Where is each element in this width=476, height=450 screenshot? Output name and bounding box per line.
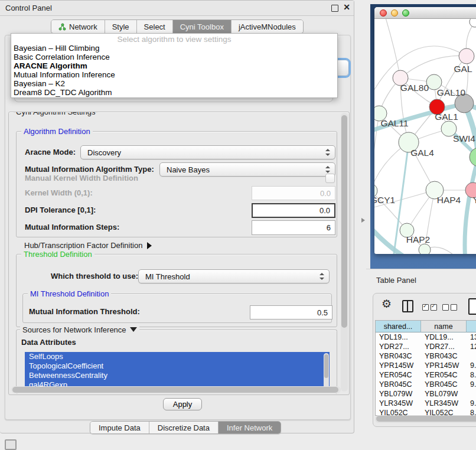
splitter-handle-icon[interactable] <box>361 218 365 223</box>
network-node[interactable] <box>470 19 476 27</box>
tab-select[interactable]: Select <box>137 20 173 33</box>
algorithm-option-bayesian-k2[interactable]: Bayesian – K2 <box>11 79 337 88</box>
data-attribute-option[interactable]: SelfLoops <box>25 352 330 361</box>
network-node-label: SWI4 <box>453 133 475 144</box>
which-threshold-label: Which threshold to use: <box>51 272 138 281</box>
tab-jactivemnodules[interactable]: jActiveMNodules <box>232 20 303 33</box>
control-panel-titlebar: Control Panel ✕ <box>0 1 354 16</box>
algorithm-option-dream8-dc-tdc-algorithm[interactable]: Dream8 DC_TDC Algorithm <box>11 88 337 97</box>
kernel-width-field[interactable]: 0.0 <box>252 186 335 200</box>
attributes-scrollbar[interactable] <box>324 353 329 391</box>
kernel-width-label: Kernel Width (0,1): <box>25 188 93 198</box>
network-node-label: GAL4 <box>410 148 434 158</box>
app-root: Control Panel ✕ NetworkStyleSelectCyni T… <box>0 0 476 450</box>
combo-stepper-icon <box>325 166 330 173</box>
threshold-definition-group: Threshold Definition Which threshold to … <box>16 254 337 327</box>
mi-type-value: Naive Bayes <box>167 165 210 174</box>
table-cell: YDL19... <box>421 332 467 342</box>
table-cell: YPR145W <box>376 361 421 370</box>
network-edge <box>385 19 400 78</box>
dpi-tolerance-value: 0.0 <box>319 206 330 215</box>
table-row[interactable]: YDL19...YDL19...13 <box>376 332 476 342</box>
network-node-label: GAL10 <box>437 87 466 97</box>
algorithm-prompt: Select algorithm to view settings <box>11 34 337 44</box>
table-row[interactable]: YER054CYER054C8. <box>376 370 476 380</box>
column-header-name[interactable]: name <box>421 321 467 332</box>
tab-style[interactable]: Style <box>105 20 137 33</box>
data-attribute-option[interactable]: TopologicalCoefficient <box>25 361 330 371</box>
network-icon <box>58 23 66 31</box>
bottom-tab-bar: Impute DataDiscretize DataInfer Network <box>90 421 281 434</box>
table-panel-title: Table Panel <box>376 276 416 285</box>
data-attribute-option[interactable]: BetweennessCentrality <box>25 371 330 380</box>
zoom-traffic-light-icon[interactable] <box>402 9 409 17</box>
dpi-tolerance-field[interactable]: 0.0 <box>252 203 335 218</box>
sources-title-toggle[interactable]: Sources for Network Inference <box>20 325 139 334</box>
kernel-width-value: 0.0 <box>320 189 331 198</box>
column-header-shared[interactable]: shared... <box>376 321 421 332</box>
network-node-label: HAP2 <box>406 234 431 244</box>
table-body: YDL19...YDL19...13YDR27...YDR27...12YBR0… <box>376 332 476 416</box>
tab-discretize-data[interactable]: Discretize Data <box>149 422 219 433</box>
apply-button[interactable]: Apply <box>163 398 202 410</box>
table-row[interactable]: YBR045CYBR045C9. <box>376 380 476 389</box>
table-row[interactable]: YDR27...YDR27...12 <box>376 342 476 351</box>
table-cell: YPR145W <box>421 361 467 370</box>
settings-group-title: Cyni Algorithm Settings <box>14 112 97 116</box>
tab-network[interactable]: Network <box>51 20 105 33</box>
settings-vscrollbar[interactable] <box>341 113 348 392</box>
network-node[interactable] <box>419 244 431 254</box>
table-row[interactable]: YBL079WYBL079W <box>376 389 476 399</box>
table-cell: 13 <box>467 332 476 342</box>
expand-right-icon <box>147 242 152 249</box>
settings-hscrollbar[interactable] <box>11 386 341 393</box>
hub-definition-label: Hub/Transcription Factor Definition <box>24 241 142 250</box>
close-traffic-light-icon[interactable] <box>380 9 387 17</box>
minimized-panel-icon[interactable] <box>5 439 17 450</box>
network-edge-thick <box>465 157 476 254</box>
threshold-definition-title: Threshold Definition <box>21 250 94 259</box>
algorithm-option-aracne-algorithm[interactable]: ARACNE Algorithm <box>11 61 337 70</box>
mi-threshold-field[interactable]: 0.5 <box>250 305 332 319</box>
table-hscrollbar[interactable] <box>375 415 476 423</box>
float-window-icon[interactable] <box>331 5 338 12</box>
algorithm-list: Bayesian – Hill ClimbingBasic Correlatio… <box>11 44 337 97</box>
columns-icon[interactable] <box>402 300 413 312</box>
close-icon[interactable]: ✕ <box>343 2 350 12</box>
table-row[interactable]: YPR145WYPR145W9. <box>376 361 476 370</box>
table-cell: YLR345W <box>376 399 421 408</box>
network-window-titlebar[interactable] <box>374 7 476 19</box>
deselect-all-columns-icon[interactable] <box>442 304 459 312</box>
network-node-label: Y <box>473 195 476 205</box>
node-table: shared...nameA YDL19...YDL19...13YDR27..… <box>375 320 476 416</box>
table-row[interactable]: YBR043CYBR043C <box>376 351 476 361</box>
table-cell: YDL19... <box>376 332 421 342</box>
manual-kernel-checkbox[interactable] <box>325 174 335 183</box>
network-canvas[interactable]: GALGAL80GAL10GAL1GAL11SWI4GAL4GCY1HAP4YH… <box>374 19 476 254</box>
mi-steps-field[interactable]: 6 <box>252 220 335 235</box>
algorithm-option-bayesian-hill-climbing[interactable]: Bayesian – Hill Climbing <box>11 44 337 53</box>
network-node-label: GAL11 <box>380 118 408 128</box>
table-row[interactable]: YLR345WYLR345W9. <box>376 399 476 408</box>
table-cell: YBR045C <box>376 380 421 389</box>
tab-cyni-toolbox[interactable]: Cyni Toolbox <box>173 20 232 33</box>
which-threshold-combo[interactable]: MI Threshold <box>138 269 330 283</box>
algorithm-option-basic-correlation-inference[interactable]: Basic Correlation Inference <box>11 53 337 61</box>
table-cell: 9. <box>467 361 476 370</box>
table-cell: YBR043C <box>376 351 421 361</box>
mi-type-combo[interactable]: Naive Bayes <box>159 162 335 177</box>
aracne-mode-combo[interactable]: Discovery <box>80 145 335 159</box>
network-node-gal[interactable] <box>459 48 474 64</box>
algorithm-option-mutual-information-inference[interactable]: Mutual Information Inference <box>11 70 337 79</box>
hub-definition-toggle[interactable]: Hub/Transcription Factor Definition <box>24 241 152 250</box>
minimize-traffic-light-icon[interactable] <box>391 9 398 17</box>
tab-infer-network[interactable]: Infer Network <box>219 422 281 433</box>
gear-icon[interactable]: ⚙ <box>382 297 392 311</box>
tab-impute-data[interactable]: Impute Data <box>90 422 149 433</box>
network-node-label: HAP4 <box>437 195 461 205</box>
data-attributes-label: Data Attributes <box>21 338 76 347</box>
table-cell: YBR043C <box>421 351 467 361</box>
new-table-icon[interactable] <box>468 298 476 315</box>
select-all-columns-icon[interactable] <box>422 304 439 312</box>
column-header-a[interactable]: A <box>467 321 476 332</box>
